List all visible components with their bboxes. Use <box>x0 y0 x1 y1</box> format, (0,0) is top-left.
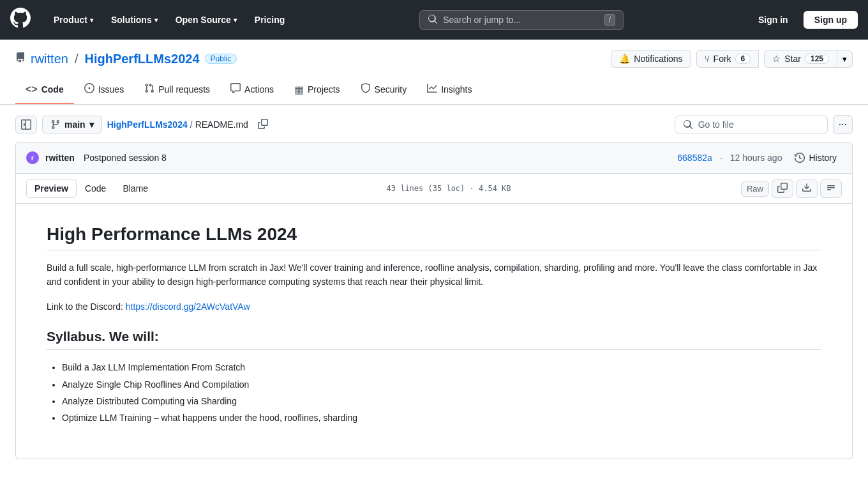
site-header: Product ▾ Solutions ▾ Open Source ▾ Pric… <box>0 0 868 40</box>
repo-tab-bar: <> Code Issues Pull requests Actions ▦ P… <box>15 75 853 104</box>
copy-path-button[interactable] <box>253 116 273 134</box>
discord-link[interactable]: https://discord.gg/2AWcVatVAw <box>126 301 250 312</box>
outline-button[interactable] <box>820 179 842 198</box>
header-search-area: Search or jump to... / <box>303 10 740 30</box>
list-item: Optimize LLM Training – what happens und… <box>62 411 821 425</box>
security-icon <box>361 83 371 96</box>
projects-icon: ▦ <box>294 84 304 96</box>
fork-count: 6 <box>735 54 751 64</box>
tab-security[interactable]: Security <box>350 75 417 105</box>
more-options-button[interactable]: ··· <box>833 115 853 134</box>
sign-up-button[interactable]: Sign up <box>804 11 858 29</box>
repo-icon <box>15 52 26 65</box>
chevron-down-icon: ▾ <box>90 17 93 24</box>
tab-issues[interactable]: Issues <box>74 75 134 105</box>
notifications-button[interactable]: 🔔 Notifications <box>611 50 691 68</box>
star-button[interactable]: ☆ Star 125 <box>764 50 837 68</box>
file-metadata: 43 lines (35 loc) · 4.54 KB <box>387 184 511 193</box>
readme-syllabus-heading: Syllabus. We will: <box>47 329 821 350</box>
commit-meta: 668582a · 12 hours ago History <box>677 150 842 165</box>
search-box[interactable]: Search or jump to... / <box>419 10 624 30</box>
repo-name-link[interactable]: HighPerfLLMs2024 <box>84 52 199 66</box>
star-button-group: ☆ Star 125 ▾ <box>764 50 853 68</box>
file-view-tabs: Preview Code Blame <box>26 179 156 198</box>
branch-selector[interactable]: main ▾ <box>42 116 102 133</box>
search-shortcut: / <box>604 14 615 26</box>
author-avatar: r <box>26 151 39 164</box>
toolbar-left: main ▾ HighPerfLLMs2024 / README.md <box>15 116 273 134</box>
file-view-header: Preview Code Blame 43 lines (35 loc) · 4… <box>15 174 853 204</box>
list-item: Analyze Single Chip Rooflines And Compil… <box>62 377 821 392</box>
breadcrumb-file: README.md <box>195 119 248 130</box>
repo-owner-link[interactable]: rwitten <box>31 52 68 66</box>
repo-action-buttons: 🔔 Notifications ⑂ Fork 6 ☆ Star 125 ▾ <box>611 50 853 68</box>
bell-icon: 🔔 <box>619 54 630 64</box>
commit-sha-link[interactable]: 668582a <box>677 153 712 163</box>
breadcrumb-repo-link[interactable]: HighPerfLLMs2024 <box>107 119 188 130</box>
commit-separator: · <box>720 153 722 163</box>
commit-author-info: r rwitten Postponed session 8 <box>26 151 167 164</box>
header-auth-actions: Sign in Sign up <box>751 11 858 29</box>
repo-header: rwitten / HighPerfLLMs2024 Public 🔔 Noti… <box>0 40 868 105</box>
chevron-down-icon: ▾ <box>234 17 237 24</box>
actions-icon <box>230 83 241 96</box>
issues-icon <box>84 83 94 96</box>
breadcrumb-separator: / <box>190 119 193 130</box>
nav-pricing[interactable]: Pricing <box>247 10 292 30</box>
commit-time: 12 hours ago <box>730 153 782 163</box>
pull-request-icon <box>144 83 154 96</box>
fork-icon: ⑂ <box>705 54 710 64</box>
tab-pull-requests[interactable]: Pull requests <box>134 75 220 105</box>
list-item: Build a Jax LLM Implementation From Scra… <box>62 360 821 374</box>
main-content: main ▾ HighPerfLLMs2024 / README.md Go t… <box>0 105 868 469</box>
nav-solutions[interactable]: Solutions ▾ <box>103 10 165 30</box>
tab-actions[interactable]: Actions <box>220 75 284 105</box>
sign-in-button[interactable]: Sign in <box>751 11 796 28</box>
chevron-down-icon: ▾ <box>154 17 158 24</box>
commit-info-row: r rwitten Postponed session 8 668582a · … <box>15 142 853 174</box>
header-navigation: Product ▾ Solutions ▾ Open Source ▾ Pric… <box>46 10 292 30</box>
breadcrumb: HighPerfLLMs2024 / README.md <box>107 119 248 130</box>
history-button[interactable]: History <box>789 150 842 165</box>
repo-title: rwitten / HighPerfLLMs2024 Public <box>15 52 237 66</box>
readme-content: High Performance LLMs 2024 Build a full … <box>15 204 853 459</box>
branch-name: main <box>64 119 86 130</box>
branch-chevron-icon: ▾ <box>89 119 94 130</box>
code-icon: <> <box>26 84 38 95</box>
nav-product[interactable]: Product ▾ <box>46 10 101 30</box>
search-icon <box>428 14 438 26</box>
commit-message: Postponed session 8 <box>84 153 167 163</box>
star-count: 125 <box>805 54 829 64</box>
file-toolbar: main ▾ HighPerfLLMs2024 / README.md Go t… <box>15 115 853 134</box>
file-action-buttons: Raw <box>741 179 842 198</box>
star-icon: ☆ <box>772 54 781 64</box>
raw-button[interactable]: Raw <box>741 181 769 197</box>
sidebar-toggle-button[interactable] <box>15 116 37 133</box>
readme-title: High Performance LLMs 2024 <box>47 224 821 250</box>
fork-button-group: ⑂ Fork 6 <box>696 50 760 68</box>
list-item: Analyze Distributed Computing via Shardi… <box>62 394 821 408</box>
nav-open-source[interactable]: Open Source ▾ <box>168 10 244 30</box>
copy-raw-button[interactable] <box>772 179 793 198</box>
repo-visibility-badge: Public <box>205 54 237 64</box>
tab-blame[interactable]: Blame <box>114 179 156 198</box>
tab-code[interactable]: <> Code <box>15 76 74 104</box>
chevron-down-icon: ▾ <box>842 54 847 64</box>
commit-author-name[interactable]: rwitten <box>45 153 75 163</box>
star-dropdown-button[interactable]: ▾ <box>837 50 853 68</box>
go-to-file-input[interactable]: Go to file <box>675 116 828 133</box>
insights-icon <box>427 83 437 96</box>
readme-discord: Link to the Discord: https://discord.gg/… <box>47 300 821 314</box>
readme-syllabus-list: Build a Jax LLM Implementation From Scra… <box>62 360 821 425</box>
tab-preview[interactable]: Preview <box>26 179 77 198</box>
fork-button[interactable]: ⑂ Fork 6 <box>696 50 760 68</box>
tab-insights[interactable]: Insights <box>417 75 482 105</box>
toolbar-right: Go to file ··· <box>675 115 853 134</box>
github-logo-icon[interactable] <box>10 8 31 32</box>
tab-projects[interactable]: ▦ Projects <box>284 76 350 105</box>
history-label: History <box>809 153 837 163</box>
download-button[interactable] <box>796 179 818 198</box>
search-placeholder: Search or jump to... <box>443 15 599 25</box>
tab-code-view[interactable]: Code <box>77 179 114 198</box>
go-to-file-label: Go to file <box>698 119 734 130</box>
